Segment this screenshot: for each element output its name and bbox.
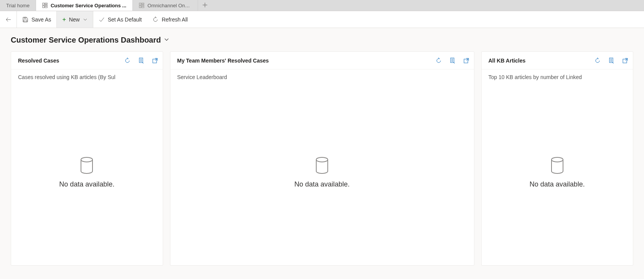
svg-rect-13 — [24, 20, 27, 22]
no-data-message: No data available. — [294, 180, 350, 188]
page-title: Customer Service Operations Dashboard — [11, 36, 161, 45]
database-icon — [315, 157, 329, 175]
records-icon — [608, 58, 614, 64]
tab-strip: Trial home Customer Service Operations .… — [0, 0, 644, 11]
dashboard-panels: Resolved Cases — [11, 51, 633, 266]
panel-body: No data available. — [482, 80, 633, 265]
svg-point-28 — [316, 157, 328, 162]
refresh-all-label: Refresh All — [162, 17, 188, 23]
refresh-icon — [594, 58, 601, 64]
tab-trial-home[interactable]: Trial home — [0, 0, 36, 11]
svg-rect-5 — [139, 3, 141, 5]
checkmark-icon — [99, 17, 105, 23]
panel-header: All KB Articles — [482, 52, 633, 69]
panel-body: No data available. — [11, 80, 163, 265]
plus-icon: + — [62, 17, 66, 23]
panel-team-resolved-cases: My Team Members' Resolved Cases — [170, 51, 474, 266]
popout-icon — [152, 58, 158, 64]
chevron-down-icon — [164, 37, 169, 42]
svg-rect-6 — [139, 6, 141, 8]
popout-icon — [463, 58, 469, 64]
tab-trial-home-label: Trial home — [6, 3, 30, 8]
page-title-dropdown[interactable] — [164, 37, 169, 43]
svg-rect-1 — [43, 6, 44, 8]
panel-subtitle: Cases resolved using KB articles (By Sul — [11, 69, 163, 80]
tab-cs-operations-label: Customer Service Operations ... — [51, 3, 126, 8]
set-default-label: Set As Default — [108, 17, 142, 23]
panel-header: My Team Members' Resolved Cases — [170, 52, 474, 69]
panel-title: All KB Articles — [489, 58, 595, 64]
svg-rect-14 — [24, 17, 26, 18]
save-as-icon — [22, 17, 28, 23]
panel-actions — [594, 58, 628, 64]
refresh-icon — [436, 58, 442, 64]
panel-records-button[interactable] — [449, 58, 456, 64]
tab-cs-operations[interactable]: Customer Service Operations ... — [36, 0, 133, 11]
svg-rect-8 — [142, 5, 144, 6]
panel-title: Resolved Cases — [18, 58, 124, 64]
panel-refresh-button[interactable] — [436, 58, 442, 64]
refresh-all-button[interactable]: Refresh All — [147, 11, 193, 28]
new-button[interactable]: + New — [57, 11, 93, 28]
panel-records-button[interactable] — [608, 58, 614, 64]
svg-point-21 — [81, 157, 92, 162]
panel-popout-button[interactable] — [463, 58, 469, 64]
database-icon — [550, 157, 565, 175]
panel-popout-button[interactable] — [622, 58, 628, 64]
svg-rect-3 — [45, 5, 47, 6]
svg-rect-7 — [142, 3, 144, 4]
no-data-message: No data available. — [530, 180, 585, 188]
tab-new-button[interactable] — [198, 0, 212, 11]
dashboard-icon — [139, 3, 144, 8]
svg-rect-4 — [45, 7, 47, 8]
chevron-down-icon — [83, 17, 88, 22]
svg-line-27 — [466, 58, 469, 61]
database-icon — [79, 157, 94, 175]
records-icon — [138, 58, 144, 64]
panel-actions — [124, 58, 158, 64]
page-title-row: Customer Service Operations Dashboard — [11, 36, 633, 45]
panel-header: Resolved Cases — [11, 52, 163, 69]
svg-rect-9 — [142, 7, 144, 8]
arrow-left-icon — [5, 17, 12, 23]
tab-omnichannel[interactable]: Omnichannel Ong... — [133, 0, 198, 11]
refresh-icon — [124, 58, 130, 64]
back-button[interactable] — [0, 11, 17, 28]
panel-popout-button[interactable] — [152, 58, 158, 64]
set-default-button[interactable]: Set As Default — [93, 11, 147, 28]
panel-body: No data available. — [170, 80, 474, 265]
tab-omnichannel-label: Omnichannel Ong... — [147, 3, 192, 8]
panel-title: My Team Members' Resolved Cases — [177, 58, 436, 64]
records-icon — [449, 58, 456, 64]
panel-refresh-button[interactable] — [124, 58, 130, 64]
svg-line-20 — [155, 58, 157, 61]
no-data-message: No data available. — [59, 180, 114, 188]
svg-line-34 — [625, 58, 627, 61]
plus-icon — [203, 3, 207, 8]
panel-refresh-button[interactable] — [594, 58, 601, 64]
new-label: New — [69, 17, 80, 23]
panel-resolved-cases: Resolved Cases — [11, 51, 163, 266]
svg-point-35 — [552, 157, 563, 162]
panel-kb-articles: All KB Articles — [481, 51, 634, 266]
panel-actions — [436, 58, 469, 64]
svg-rect-2 — [45, 3, 47, 4]
panel-records-button[interactable] — [138, 58, 144, 64]
svg-rect-0 — [43, 3, 44, 5]
panel-subtitle: Service Leaderboard — [170, 69, 474, 80]
panel-subtitle: Top 10 KB articles by number of Linked — [482, 69, 633, 80]
command-bar: Save As + New Set As Default Refresh All — [0, 11, 644, 28]
refresh-icon — [152, 17, 159, 23]
save-as-button[interactable]: Save As — [17, 11, 57, 28]
save-as-label: Save As — [31, 17, 51, 23]
popout-icon — [622, 58, 628, 64]
dashboard-icon — [42, 3, 48, 8]
page-body: Customer Service Operations Dashboard Re… — [0, 28, 644, 279]
